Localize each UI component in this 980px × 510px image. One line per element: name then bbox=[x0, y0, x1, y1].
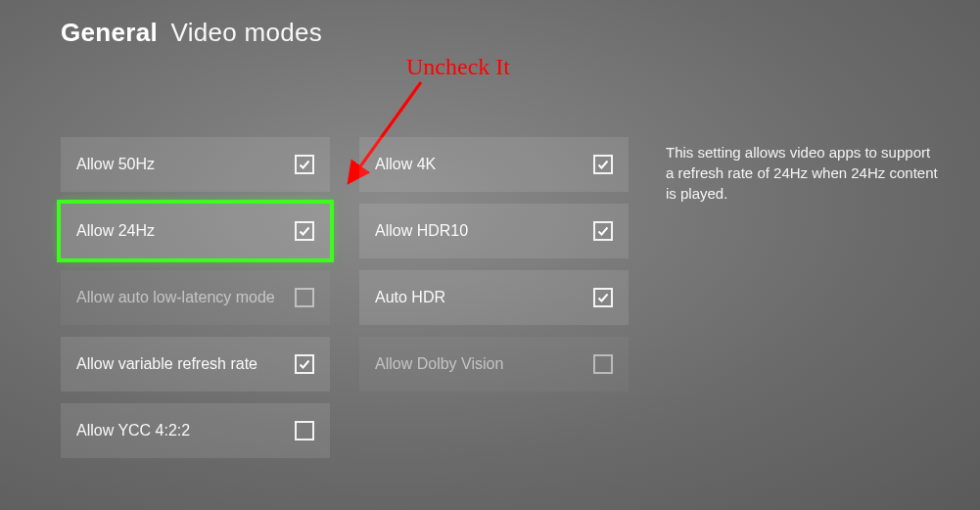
checkbox-icon[interactable] bbox=[593, 288, 613, 307]
checkbox-icon[interactable] bbox=[593, 155, 613, 174]
option-description: This setting allows video apps to suppor… bbox=[666, 142, 940, 204]
option-allow-4k[interactable]: Allow 4K bbox=[359, 137, 629, 192]
checkbox-icon[interactable] bbox=[593, 221, 613, 241]
option-allow-ycc-4-2-2[interactable]: Allow YCC 4:2:2 bbox=[61, 403, 330, 458]
option-allow-dolby-vision[interactable]: Allow Dolby Vision bbox=[359, 337, 629, 392]
left-column: Allow 50HzAllow 24HzAllow auto low-laten… bbox=[61, 137, 330, 458]
checkbox-icon[interactable] bbox=[295, 288, 314, 307]
option-allow-auto-low-latency-mode[interactable]: Allow auto low-latency mode bbox=[61, 270, 330, 325]
option-label: Allow 50Hz bbox=[76, 156, 155, 173]
header-category: General bbox=[61, 18, 158, 47]
option-label: Allow Dolby Vision bbox=[375, 355, 503, 373]
option-label: Allow HDR10 bbox=[375, 222, 468, 240]
option-allow-variable-refresh-rate[interactable]: Allow variable refresh rate bbox=[61, 337, 330, 392]
option-allow-hdr10[interactable]: Allow HDR10 bbox=[359, 204, 629, 258]
checkbox-icon[interactable] bbox=[295, 354, 314, 374]
option-label: Allow YCC 4:2:2 bbox=[76, 422, 190, 440]
option-label: Allow auto low-latency mode bbox=[76, 289, 275, 306]
option-label: Allow 4K bbox=[375, 156, 436, 173]
annotation-label: Uncheck It bbox=[406, 54, 510, 80]
checkbox-icon[interactable] bbox=[295, 421, 314, 440]
option-allow-24hz[interactable]: Allow 24Hz bbox=[61, 204, 330, 258]
header-title: Video modes bbox=[170, 18, 322, 47]
option-label: Allow 24Hz bbox=[76, 222, 155, 240]
option-label: Auto HDR bbox=[375, 289, 445, 306]
checkbox-icon[interactable] bbox=[295, 221, 314, 241]
right-column: Allow 4KAllow HDR10Auto HDRAllow Dolby V… bbox=[359, 137, 629, 458]
option-auto-hdr[interactable]: Auto HDR bbox=[359, 270, 629, 325]
option-label: Allow variable refresh rate bbox=[76, 355, 257, 373]
page-header: General Video modes bbox=[61, 18, 322, 48]
options-container: Allow 50HzAllow 24HzAllow auto low-laten… bbox=[61, 137, 629, 458]
option-allow-50hz[interactable]: Allow 50Hz bbox=[61, 137, 330, 192]
checkbox-icon[interactable] bbox=[295, 155, 314, 174]
checkbox-icon[interactable] bbox=[593, 354, 613, 374]
